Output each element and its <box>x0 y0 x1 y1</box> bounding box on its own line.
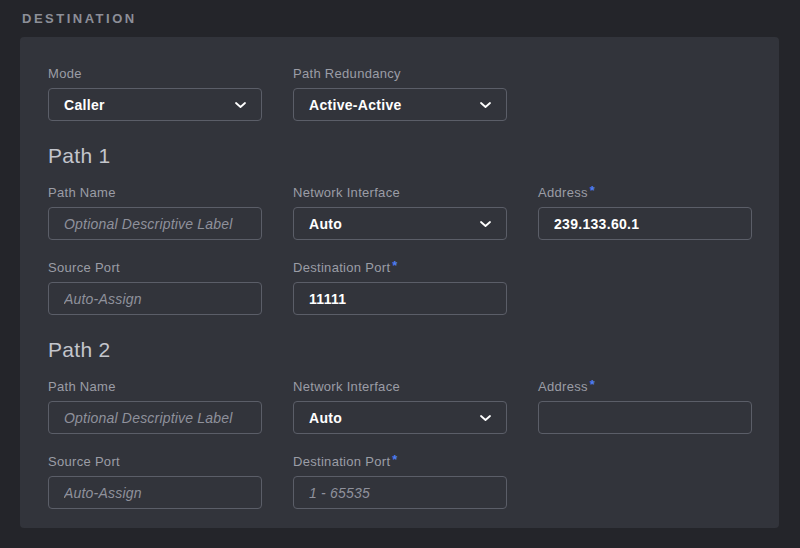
path2-heading: Path 2 <box>48 337 752 363</box>
path-redundancy-field: Path Redundancy Active-Active <box>293 66 507 121</box>
path1-heading: Path 1 <box>48 143 752 169</box>
path2-destination-port-label: Destination Port* <box>293 454 507 470</box>
path2-source-port-field: Source Port <box>48 454 262 509</box>
chevron-down-icon <box>480 415 491 421</box>
path2-destination-port-field: Destination Port* <box>293 454 507 509</box>
path1-address-field: Address* <box>538 185 752 240</box>
required-asterisk: * <box>392 452 397 467</box>
mode-select[interactable]: Caller <box>48 88 262 121</box>
path2-destination-port-label-text: Destination Port <box>293 454 390 469</box>
path2-path-name-field: Path Name <box>48 379 262 434</box>
path1-network-interface-label: Network Interface <box>293 185 507 201</box>
required-asterisk: * <box>590 377 595 392</box>
path1-row-1: Path Name Network Interface Auto Address… <box>48 185 752 240</box>
chevron-down-icon <box>480 102 491 108</box>
destination-section-title: DESTINATION <box>22 11 137 26</box>
path1-destination-port-label-text: Destination Port <box>293 260 390 275</box>
path2-row-2: Source Port Destination Port* <box>48 454 752 509</box>
path-redundancy-select[interactable]: Active-Active <box>293 88 507 121</box>
path1-address-input[interactable] <box>538 207 752 240</box>
path1-source-port-label: Source Port <box>48 260 262 276</box>
path1-destination-port-label: Destination Port* <box>293 260 507 276</box>
required-asterisk: * <box>392 258 397 273</box>
path2-network-interface-select[interactable]: Auto <box>293 401 507 434</box>
mode-select-value: Caller <box>64 97 105 113</box>
mode-redundancy-row: Mode Caller Path Redundancy Active-Activ… <box>48 66 752 121</box>
path2-source-port-input[interactable] <box>48 476 262 509</box>
path1-source-port-field: Source Port <box>48 260 262 315</box>
path1-network-interface-field: Network Interface Auto <box>293 185 507 240</box>
path1-destination-port-field: Destination Port* <box>293 260 507 315</box>
path2-address-label-text: Address <box>538 379 588 394</box>
required-asterisk: * <box>590 183 595 198</box>
path1-path-name-field: Path Name <box>48 185 262 240</box>
path2-destination-port-input[interactable] <box>293 476 507 509</box>
path2-network-interface-select-value: Auto <box>309 410 342 426</box>
path2-address-field: Address* <box>538 379 752 434</box>
mode-label: Mode <box>48 66 262 82</box>
path1-address-label-text: Address <box>538 185 588 200</box>
path1-path-name-label: Path Name <box>48 185 262 201</box>
path2-path-name-label: Path Name <box>48 379 262 395</box>
path2-address-input[interactable] <box>538 401 752 434</box>
path2-path-name-input[interactable] <box>48 401 262 434</box>
destination-card: Mode Caller Path Redundancy Active-Activ… <box>20 37 779 528</box>
path1-network-interface-select[interactable]: Auto <box>293 207 507 240</box>
path1-network-interface-select-value: Auto <box>309 216 342 232</box>
path1-row-2: Source Port Destination Port* <box>48 260 752 315</box>
path1-path-name-input[interactable] <box>48 207 262 240</box>
path2-address-label: Address* <box>538 379 752 395</box>
path2-source-port-label: Source Port <box>48 454 262 470</box>
mode-field: Mode Caller <box>48 66 262 121</box>
chevron-down-icon <box>480 221 491 227</box>
path2-row-1: Path Name Network Interface Auto Address… <box>48 379 752 434</box>
chevron-down-icon <box>235 102 246 108</box>
path-redundancy-select-value: Active-Active <box>309 97 402 113</box>
path1-source-port-input[interactable] <box>48 282 262 315</box>
path1-destination-port-input[interactable] <box>293 282 507 315</box>
path2-network-interface-label: Network Interface <box>293 379 507 395</box>
path-redundancy-label: Path Redundancy <box>293 66 507 82</box>
path1-address-label: Address* <box>538 185 752 201</box>
path2-network-interface-field: Network Interface Auto <box>293 379 507 434</box>
